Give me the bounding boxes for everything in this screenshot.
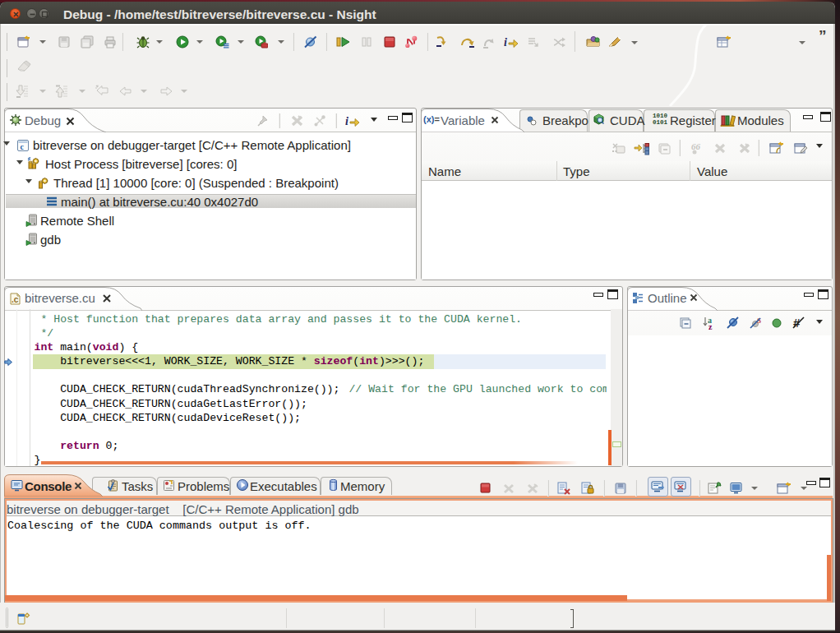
svg-text:i: i [345,115,348,127]
svg-text:i: i [504,36,507,49]
svg-text:z: z [708,322,713,330]
svg-text:66: 66 [691,141,701,151]
svg-text:c: c [21,142,25,151]
svg-text:.c: .c [12,295,19,304]
